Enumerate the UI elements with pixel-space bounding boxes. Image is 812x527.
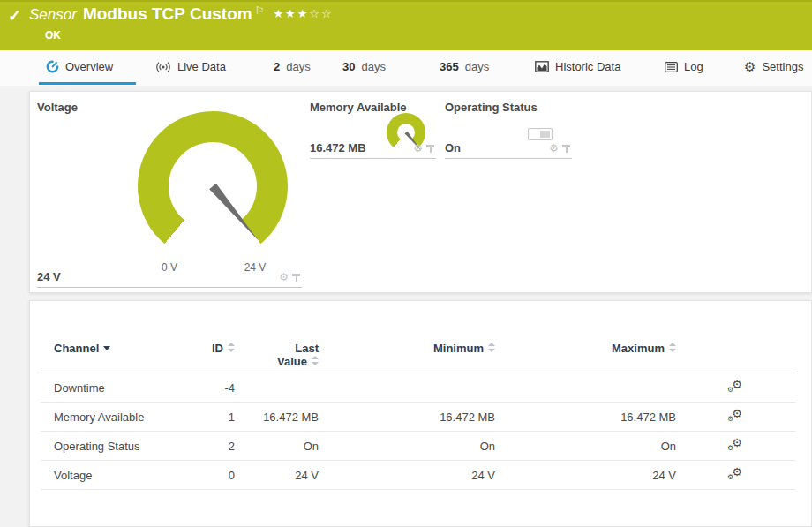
channel-id: -4 [191, 381, 235, 395]
channels-panel: Channel ID Last Value Minimum Maximum Do… [29, 300, 812, 527]
sort-icon [669, 343, 676, 352]
status-badge: OK [45, 29, 61, 41]
table-row: Operating Status 2 On On On ⚙⚙ [41, 432, 795, 461]
column-header-minimum[interactable]: Minimum [319, 342, 495, 355]
channel-id: 0 [191, 469, 235, 482]
flag-icon: ⚐ [255, 4, 265, 17]
gauge-title: Memory Available [310, 101, 407, 114]
tab-settings[interactable]: ⚙ Settings [744, 50, 803, 83]
tab-label: Live Data [177, 60, 226, 73]
channel-last-value: On [235, 440, 319, 453]
check-icon: ✓ [8, 6, 21, 26]
tab-365-days[interactable]: 365 days [440, 50, 489, 83]
tab-number: 365 [440, 60, 459, 73]
pin-icon[interactable] [426, 144, 434, 154]
gauge-value: 24 V [37, 270, 61, 283]
tab-number: 2 [274, 60, 280, 73]
tab-historic-data[interactable]: Historic Data [535, 50, 620, 83]
gear-icon[interactable]: ⚙ [279, 272, 289, 282]
tab-label: Log [684, 60, 703, 73]
channel-minimum: 24 V [319, 469, 495, 482]
channel-name: Operating Status [41, 440, 191, 453]
tab-2-days[interactable]: 2 days [274, 50, 311, 83]
tab-overview[interactable]: Overview [46, 50, 113, 83]
sort-descending-icon [103, 346, 110, 350]
toggle-knob [540, 131, 550, 138]
column-header-channel[interactable]: Channel [41, 342, 191, 355]
table-row: Voltage 0 24 V 24 V 24 V ⚙⚙ [41, 461, 795, 490]
gauge-actions: ⚙ [413, 143, 434, 154]
gauge-value: On [445, 141, 461, 154]
gauge-title: Voltage [37, 101, 78, 114]
channel-name: Voltage [41, 469, 191, 482]
tab-bar: Overview Live Data 2 days 30 days [0, 50, 812, 86]
sensor-kind-label: Sensor [29, 6, 77, 23]
sensor-overview-page: ✓ SensorModbus TCP Custom⚐★★★☆☆ OK Overv… [0, 0, 812, 527]
channel-id: 1 [191, 410, 235, 424]
tab-log[interactable]: Log [665, 50, 703, 83]
tab-label: Historic Data [555, 60, 620, 73]
gauge-cell-operating-status: Operating Status On ⚙ [445, 101, 572, 159]
tab-label: Settings [762, 60, 803, 73]
gauges-panel: Voltage 0 V 24 V 24 V ⚙ Memory Available… [29, 91, 812, 293]
channel-id: 2 [191, 440, 235, 453]
channel-last-value: 24 V [235, 469, 319, 482]
tab-unit: days [286, 60, 310, 73]
gauge-value: 16.472 MB [310, 141, 366, 154]
priority-stars[interactable]: ★★★☆☆ [273, 7, 333, 20]
sensor-status-header: ✓ SensorModbus TCP Custom⚐★★★☆☆ OK [0, 0, 812, 50]
channel-maximum: 24 V [495, 469, 676, 482]
sensor-name: Modbus TCP Custom [83, 4, 252, 23]
column-header-last-value[interactable]: Last Value [235, 342, 319, 368]
channel-settings-gears-icon[interactable]: ⚙⚙ [727, 380, 742, 393]
channel-maximum: On [495, 440, 676, 453]
gauge-cell-voltage: Voltage 0 V 24 V 24 V ⚙ [37, 101, 302, 288]
channel-name: Memory Available [41, 410, 191, 424]
gauge-actions: ⚙ [279, 272, 300, 282]
table-row: Downtime -4 ⚙⚙ [41, 373, 795, 403]
active-tab-underline [39, 82, 136, 85]
gauge-icon [46, 60, 59, 73]
channel-table: Channel ID Last Value Minimum Maximum Do… [41, 301, 795, 490]
channel-maximum: 16.472 MB [495, 410, 676, 424]
channel-minimum: 16.472 MB [319, 410, 495, 424]
sensor-title-line: SensorModbus TCP Custom⚐★★★☆☆ [29, 4, 334, 24]
gauge-scale-max: 24 V [236, 261, 274, 274]
gear-icon[interactable]: ⚙ [549, 143, 559, 154]
toggle-switch-indicator [528, 128, 553, 140]
pin-icon[interactable] [292, 273, 300, 282]
tab-unit: days [361, 60, 385, 73]
gauge-title: Operating Status [445, 101, 538, 114]
gear-icon[interactable]: ⚙ [413, 143, 423, 154]
table-row: Memory Available 1 16.472 MB 16.472 MB 1… [41, 403, 795, 432]
gauge-scale-min: 0 V [150, 261, 189, 274]
tab-unit: days [465, 60, 489, 73]
channel-settings-gears-icon[interactable]: ⚙⚙ [727, 409, 742, 422]
voltage-gauge [138, 111, 288, 261]
channel-last-value: 16.472 MB [235, 410, 319, 424]
channel-settings-gears-icon[interactable]: ⚙⚙ [727, 438, 742, 451]
sort-icon [312, 356, 319, 365]
tab-number: 30 [342, 60, 355, 73]
gauge-cell-memory: Memory Available 16.472 MB ⚙ [310, 101, 436, 159]
channel-minimum: On [319, 440, 495, 453]
sort-icon [228, 343, 235, 352]
log-icon [665, 62, 678, 72]
tab-30-days[interactable]: 30 days [342, 50, 386, 83]
channel-settings-gears-icon[interactable]: ⚙⚙ [727, 467, 742, 480]
area-chart-icon [535, 61, 549, 72]
sort-icon [488, 343, 495, 352]
channel-name: Downtime [41, 381, 191, 395]
tab-label: Overview [65, 60, 113, 73]
table-header-row: Channel ID Last Value Minimum Maximum [41, 301, 795, 373]
column-header-maximum[interactable]: Maximum [495, 342, 676, 355]
tab-live-data[interactable]: Live Data [155, 50, 226, 83]
gear-icon: ⚙ [744, 60, 756, 73]
live-signal-icon [155, 61, 171, 73]
pin-icon[interactable] [562, 144, 570, 154]
gauge-actions: ⚙ [549, 143, 570, 154]
column-header-id[interactable]: ID [191, 342, 235, 355]
